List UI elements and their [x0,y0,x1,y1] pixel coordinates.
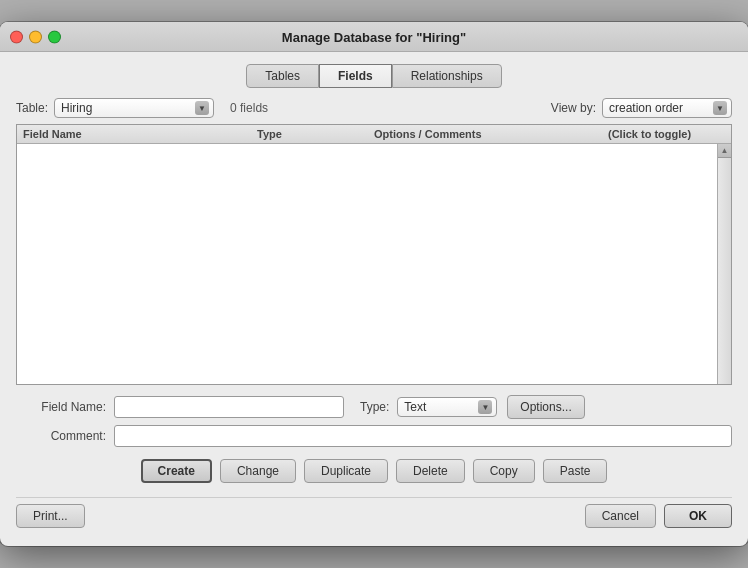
delete-button[interactable]: Delete [396,459,465,483]
view-by-select[interactable]: creation order ▼ [602,98,732,118]
col-click-toggle: (Click to toggle) [608,128,725,140]
duplicate-button[interactable]: Duplicate [304,459,388,483]
type-select-value: Text [404,400,474,414]
minimize-button[interactable] [29,30,42,43]
col-options-comments: Options / Comments [374,128,608,140]
comment-label: Comment: [16,429,106,443]
fields-count: 0 fields [230,101,268,115]
title-bar: Manage Database for "Hiring" [0,22,748,52]
table-select-arrow: ▼ [195,101,209,115]
paste-button[interactable]: Paste [543,459,608,483]
view-by-label: View by: [551,101,596,115]
ok-button[interactable]: OK [664,504,732,528]
main-content: Tables Fields Relationships Table: Hirin… [0,52,748,546]
action-buttons: Create Change Duplicate Delete Copy Past… [16,459,732,483]
table-label: Table: [16,101,48,115]
create-button[interactable]: Create [141,459,212,483]
view-by-value: creation order [609,101,709,115]
field-name-row: Field Name: Type: Text ▼ Options... [16,395,732,419]
window-controls [10,30,61,43]
tab-bar: Tables Fields Relationships [16,64,732,88]
cancel-button[interactable]: Cancel [585,504,656,528]
bottom-bar: Print... Cancel OK [16,497,732,530]
type-select[interactable]: Text ▼ [397,397,497,417]
table-select[interactable]: Hiring ▼ [54,98,214,118]
fields-scrollbar[interactable]: ▲ [717,144,731,384]
type-select-arrow: ▼ [478,400,492,414]
fields-table: Field Name Type Options / Comments (Clic… [16,124,732,385]
col-field-name: Field Name [23,128,257,140]
maximize-button[interactable] [48,30,61,43]
close-button[interactable] [10,30,23,43]
window-title: Manage Database for "Hiring" [282,30,466,45]
col-type: Type [257,128,374,140]
tab-tables[interactable]: Tables [246,64,319,88]
fields-body[interactable]: ▲ [17,144,731,384]
copy-button[interactable]: Copy [473,459,535,483]
comment-input[interactable] [114,425,732,447]
tab-fields[interactable]: Fields [319,64,392,88]
options-button[interactable]: Options... [507,395,584,419]
tab-relationships[interactable]: Relationships [392,64,502,88]
manage-database-window: Manage Database for "Hiring" Tables Fiel… [0,22,748,546]
table-select-value: Hiring [61,101,191,115]
print-button[interactable]: Print... [16,504,85,528]
view-by-arrow: ▼ [713,101,727,115]
field-name-label: Field Name: [16,400,106,414]
field-name-input[interactable] [114,396,344,418]
scrollbar-arrow-up[interactable]: ▲ [718,144,731,158]
table-controls: Table: Hiring ▼ 0 fields View by: creati… [16,98,732,118]
comment-row: Comment: [16,425,732,447]
change-button[interactable]: Change [220,459,296,483]
fields-header: Field Name Type Options / Comments (Clic… [17,125,731,144]
type-label: Type: [360,400,389,414]
bottom-right-buttons: Cancel OK [585,504,732,528]
